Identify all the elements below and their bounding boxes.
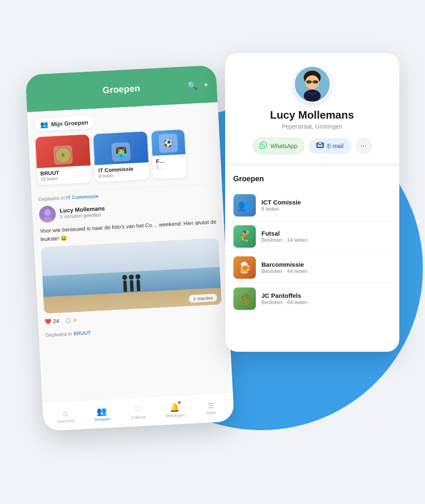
notification-badge [177, 400, 181, 405]
bruut-info: BRUUT 19 leden [36, 165, 91, 185]
beach-figure-2 [130, 280, 134, 291]
profile-address: Peperstraat, Groningen [282, 123, 342, 130]
jc-thumb [233, 287, 256, 310]
bar-sub: Besloten · 44 leden [262, 268, 308, 274]
reacties-badge[interactable]: 2 reacties [189, 294, 217, 303]
futsal-art [233, 225, 256, 248]
svg-rect-6 [306, 80, 311, 83]
nav-meldingen[interactable]: 🔔 Meldingen [163, 402, 187, 418]
bruut-img: B [53, 145, 73, 164]
phone-left-body: 👥 Mijn Groepen B BRUUT 19 leden [27, 102, 233, 402]
groups-row: B BRUUT 19 leden 👨‍💻 [35, 128, 214, 185]
nav-overzicht-label: Overzicht [57, 418, 75, 424]
bell-wrap: 🔔 [169, 402, 180, 412]
ict-sub: 8 leden [262, 206, 301, 212]
whatsapp-icon [260, 141, 267, 151]
heart-icon: ❤️ [44, 318, 51, 325]
svg-point-10 [308, 92, 310, 94]
groepen-section: Groepen ICT Comissie 8 leden Futsal Be [225, 166, 399, 314]
email-label: E-mail [327, 143, 344, 149]
it-thumb: 👨‍💻 [93, 131, 148, 165]
it-img: 👨‍💻 [111, 142, 131, 161]
phone-left: Groepen 🔍 + 👥 Mijn Groepen B [25, 65, 234, 431]
groups-title: Groepen [55, 80, 187, 98]
group-list-item-ict[interactable]: ICT Comissie 8 leden [233, 190, 391, 221]
beach-figures [123, 279, 140, 292]
bruut-coin-icon: B [54, 146, 72, 163]
whatsapp-label: WhatsApp [270, 143, 297, 149]
jc-art [233, 287, 256, 310]
jc-info: JC Pantoffels Besloten · 44 leden [262, 292, 308, 305]
author-avatar [39, 205, 56, 223]
beach-figure-3 [136, 279, 140, 291]
groepen-section-title: Groepen [233, 175, 391, 183]
nav-collecte[interactable]: ♡ Collecte [126, 404, 150, 420]
heart-reaction[interactable]: ❤️ 24 [44, 318, 59, 325]
jc-sub: Besloten · 44 leden [262, 299, 308, 305]
bar-info: Barcommissie Besloten · 44 leden [262, 261, 308, 274]
section-divider [225, 163, 399, 166]
add-reaction-icon[interactable]: ☺+ [63, 315, 77, 325]
nav-meldingen-label: Meldingen [165, 412, 185, 418]
svg-point-9 [304, 90, 321, 102]
group-list-item-jc[interactable]: JC Pantoffels Besloten · 44 leden [233, 283, 391, 314]
more-button[interactable]: ··· [355, 138, 372, 154]
nav-meer[interactable]: ☰ Meer [199, 401, 223, 415]
jc-name: JC Pantoffels [262, 292, 308, 299]
ict-art [233, 194, 256, 217]
author-info: Lucy Mollemans 5 minuten geleden [59, 205, 105, 220]
profile-header: Lucy Mollemans Peperstraat, Groningen Wh… [225, 53, 399, 163]
email-button[interactable]: E-mail [309, 138, 351, 154]
partial-thumb: ⚽ [151, 129, 185, 156]
home-icon: ⌂ [62, 408, 68, 418]
profile-actions: WhatsApp E-mail ··· [252, 137, 372, 155]
bar-thumb [233, 256, 256, 279]
nav-collecte-label: Collecte [131, 414, 146, 420]
group-card-bruut[interactable]: B BRUUT 19 leden [35, 134, 91, 185]
bar-name: Barcommissie [262, 261, 308, 268]
nav-groepen-label: Groepen [94, 416, 110, 422]
profile-avatar [294, 66, 331, 103]
search-icon[interactable]: 🔍 [187, 80, 198, 90]
beach-figure-1 [123, 280, 127, 292]
svg-rect-7 [313, 80, 318, 83]
profile-name: Lucy Mollemans [270, 109, 354, 122]
add-icon[interactable]: + [203, 80, 209, 90]
post1-image: 2 reacties [41, 238, 221, 313]
menu-icon: ☰ [208, 401, 214, 409]
post1-group: IT Commissie [66, 193, 99, 200]
futsal-thumb [233, 225, 256, 248]
it-info: IT Commissie 8 leden [95, 162, 149, 182]
header-icons: 🔍 + [187, 80, 209, 91]
ict-name: ICT Comissie [262, 199, 301, 206]
group-card-it[interactable]: 👨‍💻 IT Commissie 8 leden [93, 131, 149, 182]
futsal-info: Futsal Besloten · 14 leden [262, 230, 308, 243]
svg-point-12 [314, 92, 316, 94]
group-list-item-futsal[interactable]: Futsal Besloten · 14 leden [233, 221, 391, 252]
ict-info: ICT Comissie 8 leden [262, 199, 301, 212]
group-card-partial[interactable]: ⚽ F… 2… [151, 129, 187, 179]
nav-groepen[interactable]: 👥 Groepen [90, 405, 114, 422]
futsal-name: Futsal [262, 230, 308, 237]
nav-overzicht[interactable]: ⌂ Overzicht [53, 407, 77, 424]
heart-nav-icon: ♡ [134, 404, 142, 414]
nav-meer-label: Meer [206, 410, 216, 415]
heart-count: 24 [53, 318, 59, 324]
group-list-item-bar[interactable]: Barcommissie Besloten · 44 leden [233, 252, 391, 283]
email-icon [316, 142, 324, 150]
partial-info: F… 2… [152, 154, 186, 173]
group-icon: 👥 [40, 120, 49, 128]
mijn-groepen-badge[interactable]: 👥 Mijn Groepen [34, 115, 94, 131]
reacties-count: 2 reacties [193, 295, 213, 301]
groups-nav-icon: 👥 [96, 406, 107, 416]
svg-point-11 [311, 94, 313, 95]
whatsapp-button[interactable]: WhatsApp [252, 137, 305, 155]
partial-img: ⚽ [158, 133, 178, 153]
mijn-groepen-label: Mijn Groepen [51, 119, 88, 127]
bar-art [233, 256, 256, 279]
phone-right: Lucy Mollemans Peperstraat, Groningen Wh… [225, 53, 399, 352]
more-icon: ··· [360, 141, 367, 150]
ict-thumb [233, 194, 256, 217]
scene: Groepen 🔍 + 👥 Mijn Groepen B [26, 45, 399, 460]
futsal-sub: Besloten · 14 leden [262, 237, 308, 243]
